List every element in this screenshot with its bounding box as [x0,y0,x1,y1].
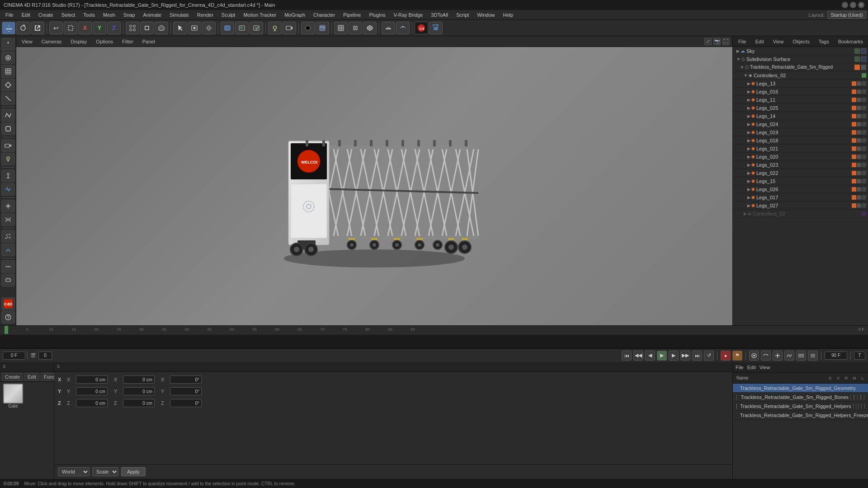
trackless-vis[interactable] [861,65,866,70]
fp-row-bones[interactable]: Trackless_Retractable_Gate_5m_Rigged_Bon… [733,393,868,402]
obj-row-legs016[interactable]: ▶ ⬟ Legs_016 [733,88,868,96]
lp-light[interactable] [1,153,15,165]
legs022-arrow[interactable]: ▶ [747,171,750,175]
legs14-d2[interactable] [862,114,866,118]
lp-particles[interactable] [1,230,15,243]
legs15-d1[interactable] [857,179,861,183]
pb-motion-trail[interactable] [761,351,771,361]
menu-tools[interactable]: Tools [80,11,99,19]
apply-button[interactable]: Apply [121,467,146,476]
lp-extras[interactable] [1,311,15,324]
legs13-d2[interactable] [862,81,866,86]
legs15-color[interactable] [852,179,856,183]
legs020-arrow[interactable]: ▶ [747,155,750,159]
obj-row-legs13[interactable]: ▶ ⬟ Legs_13 [733,80,868,88]
mat-edit-btn[interactable]: Edit [24,373,39,381]
obj-row-subdiv[interactable]: ▼ ◇ Subdivision Surface [733,55,868,63]
y-rot-input[interactable] [123,387,155,395]
pb-play-backward[interactable]: ◀◀ [633,351,643,361]
tool-scale[interactable] [31,22,44,34]
timeline-track[interactable] [0,335,868,348]
pb-first-frame[interactable]: ⏮ [622,351,632,361]
menu-motion-tracker[interactable]: Motion Tracker [240,11,280,19]
viewport[interactable]: WELCOI [16,47,732,325]
vp-expand-icon[interactable]: ⤢ [704,38,712,45]
legs018-arrow[interactable]: ▶ [747,138,750,143]
legs027-color[interactable] [852,203,856,208]
obj-collapse-trackless[interactable]: ▼ [740,65,744,70]
tool-render-region[interactable] [235,22,249,34]
legs019-d1[interactable] [857,130,861,135]
sky-lock-dot[interactable] [861,48,866,54]
legs017-color[interactable] [852,195,856,200]
om-menu-bookmarks[interactable]: Bookmarks [835,38,866,45]
legs14-d1[interactable] [857,114,861,118]
legs025-color[interactable] [852,106,856,110]
obj-row-legs11[interactable]: ▶ ⬟ Legs_11 [733,96,868,104]
obj-row-controllers02-b[interactable]: ▶ ◆ Controllers_02 [733,210,868,218]
fp-row-helpers[interactable]: Trackless_Retractable_Gate_5m_Rigged_Hel… [733,402,868,411]
fps-input[interactable] [854,352,865,360]
lp-more-2[interactable] [1,274,15,286]
obj-row-trackless[interactable]: ▼ ⬡ Trackless_Retractable_Gate_5m_Rigged [733,63,868,71]
menu-character[interactable]: Character [310,11,339,19]
obj-row-legs023[interactable]: ▶ ⬟ Legs_023 [733,161,868,169]
obj-row-legs025[interactable]: ▶ ⬟ Legs_025 [733,104,868,112]
tool-texture[interactable] [316,22,329,34]
om-menu-objects[interactable]: Objects [790,38,812,45]
fp-bones-s[interactable] [850,394,851,400]
legs027-d1[interactable] [857,203,861,208]
legs11-arrow[interactable]: ▶ [747,98,750,102]
z-pos-input[interactable] [76,399,108,407]
menu-simulate[interactable]: Simulate [166,11,193,19]
legs022-d1[interactable] [857,171,861,175]
pb-play[interactable]: ▶ [657,351,667,361]
fp-bones-r[interactable] [857,394,858,400]
obj-row-legs017[interactable]: ▶ ⬟ Legs_017 [733,193,868,202]
obj-row-legs018[interactable]: ▶ ⬟ Legs_018 [733,136,868,145]
lp-mirror[interactable] [1,213,15,226]
legs018-d1[interactable] [857,138,861,143]
ctrl02b-arrow[interactable]: ▶ [744,211,747,216]
menu-create[interactable]: Create [35,11,57,19]
obj-collapse-subdiv[interactable]: ▼ [736,57,741,61]
legs018-color[interactable] [852,138,856,143]
tool-python[interactable] [429,22,443,34]
legs023-d1[interactable] [857,163,861,167]
legs016-d2[interactable] [862,89,866,94]
tool-floor[interactable] [382,22,395,34]
x-pos-input[interactable] [76,375,108,384]
legs024-d2[interactable] [862,122,866,127]
z-scale-input[interactable] [170,399,202,407]
lp-mesh[interactable] [1,65,15,78]
vp-menu-cameras[interactable]: Cameras [39,38,65,45]
timeline-ruler[interactable]: 0 5 10 15 20 25 30 35 40 45 50 55 60 65 … [0,326,868,335]
mat-handle[interactable]: ⠿ [3,365,6,369]
tool-solid[interactable] [363,22,377,34]
fp-bones-m[interactable] [860,394,861,400]
menu-plugins[interactable]: Plugins [365,11,389,19]
menu-help[interactable]: Help [500,11,517,19]
tool-render-view[interactable] [188,22,201,34]
legs14-color[interactable] [852,114,856,118]
legs017-arrow[interactable]: ▶ [747,195,750,200]
y-pos-input[interactable] [76,387,108,395]
lp-snap[interactable] [1,200,15,212]
pb-record[interactable]: ● [721,351,731,361]
tool-camera[interactable] [283,22,296,34]
legs024-arrow[interactable]: ▶ [747,122,750,127]
legs025-arrow[interactable]: ▶ [747,106,750,110]
tool-edge[interactable] [140,22,154,34]
legs021-d1[interactable] [857,146,861,151]
legs027-arrow[interactable]: ▶ [747,203,750,208]
x-scale-input[interactable] [170,375,202,384]
legs14-arrow[interactable]: ▶ [747,114,750,118]
tool-sky[interactable] [396,22,410,34]
coord-handle[interactable]: ⠿ [57,365,60,369]
tool-render-settings[interactable] [250,22,263,34]
menu-select[interactable]: Select [58,11,79,19]
pb-fcurve[interactable] [784,351,794,361]
ctrl02b-color[interactable] [862,211,866,216]
menu-mograph[interactable]: MoGraph [281,11,309,19]
legs13-color[interactable] [852,81,856,86]
